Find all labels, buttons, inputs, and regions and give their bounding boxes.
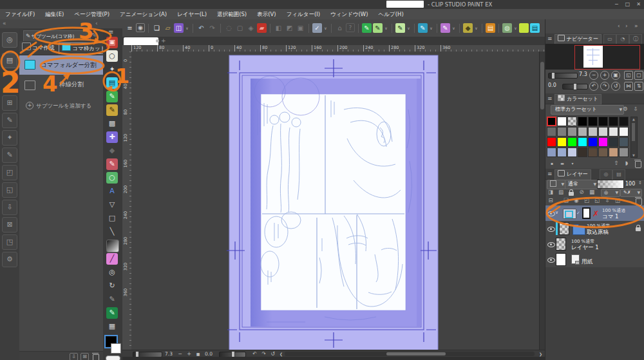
color-swatch[interactable] — [609, 127, 618, 137]
color-swatch[interactable] — [588, 137, 598, 147]
delete-color-icon[interactable] — [635, 161, 641, 168]
zoom-out-button[interactable]: − — [176, 351, 184, 357]
actual-size-button[interactable]: ▣ — [611, 71, 620, 80]
color-swatch[interactable] — [598, 117, 608, 126]
new-document[interactable]: ❏ — [152, 23, 162, 33]
panel-menu-icon[interactable]: ≡ — [547, 95, 553, 102]
color-swatch[interactable] — [578, 137, 587, 147]
color-swatch[interactable] — [609, 117, 618, 126]
frame-mask-thumbnail[interactable] — [582, 207, 591, 219]
panel-folder-1[interactable]: ◰ — [2, 165, 17, 180]
pen-preset-palegreen[interactable]: ✎ — [395, 23, 405, 33]
pen-dark-tool[interactable]: ✎ — [106, 294, 118, 305]
menu-item-9[interactable]: ヘルプ(H) — [374, 9, 409, 19]
add-subtool-button[interactable]: +サブツールを追加する — [19, 100, 103, 111]
layer-visibility-icon[interactable] — [547, 242, 555, 247]
redo[interactable]: ↷ — [207, 23, 217, 33]
ruler-tool[interactable]: ╲ — [106, 226, 118, 238]
snap-toggle-dropdown[interactable]: ∨ — [323, 23, 328, 33]
delete-layer-icon[interactable] — [636, 198, 642, 205]
pen-green-dark-tool[interactable]: ✎ — [106, 307, 118, 319]
grid-tool[interactable]: ▦ — [106, 321, 118, 332]
material-sphere-dropdown[interactable]: ∨ — [513, 23, 518, 33]
airbrush-tool[interactable]: ◆ — [106, 145, 118, 156]
scrollbar-thumb[interactable] — [386, 352, 446, 355]
document-tab[interactable] — [124, 37, 158, 45]
layer-thumbnail[interactable] — [559, 222, 569, 235]
zoom-out-button[interactable]: − — [589, 71, 598, 80]
gradient-tool[interactable] — [106, 240, 119, 252]
layer-visibility-icon[interactable] — [547, 227, 555, 232]
eyedropper-tool[interactable]: ╱ — [106, 253, 118, 265]
pen-preset-teal[interactable]: ✎ — [418, 23, 428, 33]
panel-close-x[interactable]: ⊠ — [2, 217, 17, 232]
frame-border-command[interactable]: ▤ — [530, 23, 540, 33]
move-layer-tool[interactable]: ✚ — [106, 131, 118, 143]
transfer-layer-icon[interactable]: ◱ — [593, 197, 601, 204]
slider-thumb[interactable] — [573, 83, 577, 90]
panel-menu-icon[interactable]: ≡ — [547, 35, 553, 42]
panel-import[interactable]: ⇩ — [2, 200, 17, 215]
layer-row-koma-1[interactable]: ∨ ✓ ✗ 100 %通過 コマ 1 — [545, 205, 644, 222]
scroll-right-icon[interactable]: ❯ — [537, 351, 544, 357]
color-swatch[interactable] — [588, 117, 598, 126]
material-sphere[interactable]: ◍ — [502, 23, 512, 33]
color-swatch[interactable] — [547, 127, 556, 137]
undo[interactable]: ↶ — [196, 23, 206, 33]
frame-border-tool[interactable]: ▤ — [106, 77, 118, 89]
small-swatch-view-icon[interactable]: ▪ — [548, 160, 556, 167]
clip-to-layer-below-icon[interactable]: ◨ — [547, 189, 554, 196]
color-swatch[interactable] — [588, 127, 598, 137]
rotate-left-icon[interactable]: ↶ — [251, 351, 258, 357]
color-swatch[interactable] — [557, 147, 567, 157]
color-swatch[interactable] — [609, 137, 618, 147]
slider-thumb[interactable] — [551, 72, 555, 79]
layer-visibility-icon[interactable] — [547, 211, 555, 216]
color-swatch[interactable] — [578, 147, 587, 157]
deselect[interactable]: ◌ — [224, 23, 234, 33]
document-tab-close-icon[interactable] — [156, 39, 159, 43]
subtool-item-border-split[interactable]: 枠線分割 — [19, 76, 103, 93]
new-folder-icon[interactable]: ◰ — [583, 197, 591, 204]
text-tool[interactable]: A — [106, 185, 118, 197]
panel-folder-2[interactable]: ◱ — [2, 182, 17, 198]
pen-preset-green[interactable]: ✎ — [362, 23, 372, 33]
menu-item-4[interactable]: レイヤー(L) — [172, 9, 212, 19]
color-swatch[interactable] — [619, 117, 629, 126]
tutorial[interactable]: ⌂ — [335, 23, 345, 33]
pen-tool[interactable]: ✎ — [106, 91, 118, 102]
reset-view-icon[interactable]: ↺ — [269, 351, 276, 357]
add-subtool-icon[interactable]: ⊞ — [80, 353, 89, 360]
edit-colorset-icon[interactable]: ⚙ — [621, 106, 629, 113]
save-document-dropdown[interactable]: ∨ — [184, 23, 190, 33]
pencil-tool[interactable]: ✎ — [106, 104, 118, 116]
polyline-tool[interactable]: ▽ — [106, 199, 118, 211]
colorset-preset-select[interactable]: 標準カラーセット▼ — [551, 105, 624, 115]
color-swatch[interactable] — [557, 117, 567, 126]
brush-preset-purple[interactable]: ✎ — [440, 23, 450, 33]
panel-user[interactable]: ◳ — [2, 234, 17, 250]
new-raster-layer-icon[interactable]: ⊟ — [547, 197, 554, 204]
color-swatch[interactable] — [547, 137, 556, 147]
add-color-icon[interactable]: ◗ — [623, 160, 630, 167]
subtool-item-koma-folder-split[interactable]: コマフォルダー分割 — [19, 55, 103, 75]
tab-subview[interactable]: ▭ — [603, 34, 616, 44]
fit-to-window-button[interactable]: ▢ — [634, 71, 643, 80]
panel-settings[interactable]: ⚙ — [2, 252, 17, 267]
canvas-viewport[interactable] — [131, 52, 539, 350]
import-colorset-icon[interactable]: ⇩ — [632, 106, 639, 113]
draft-layer-icon[interactable]: ▧ — [557, 189, 565, 196]
tab-color-set[interactable]: カラーセット — [554, 94, 601, 104]
expand-folder-icon[interactable]: ∨ — [555, 210, 558, 215]
menu-item-6[interactable]: 表示(V) — [252, 9, 281, 19]
brush-preset-purple-dropdown[interactable]: ∨ — [451, 23, 457, 33]
panel-expand-icon[interactable]: » — [634, 23, 638, 29]
tab-item-bank[interactable]: ◔ — [616, 34, 629, 44]
snap-toggle[interactable]: ✓ — [312, 23, 322, 33]
scrollbar-thumb[interactable] — [632, 123, 635, 141]
pen-preset-palegreen-dropdown[interactable]: ∨ — [406, 23, 412, 33]
panel-back-icon[interactable]: ‹ — [618, 23, 620, 29]
opacity-slider[interactable] — [597, 180, 624, 189]
close-button[interactable]: ✕ — [634, 1, 643, 8]
menu-item-8[interactable]: ウィンドウ(W) — [325, 9, 374, 19]
